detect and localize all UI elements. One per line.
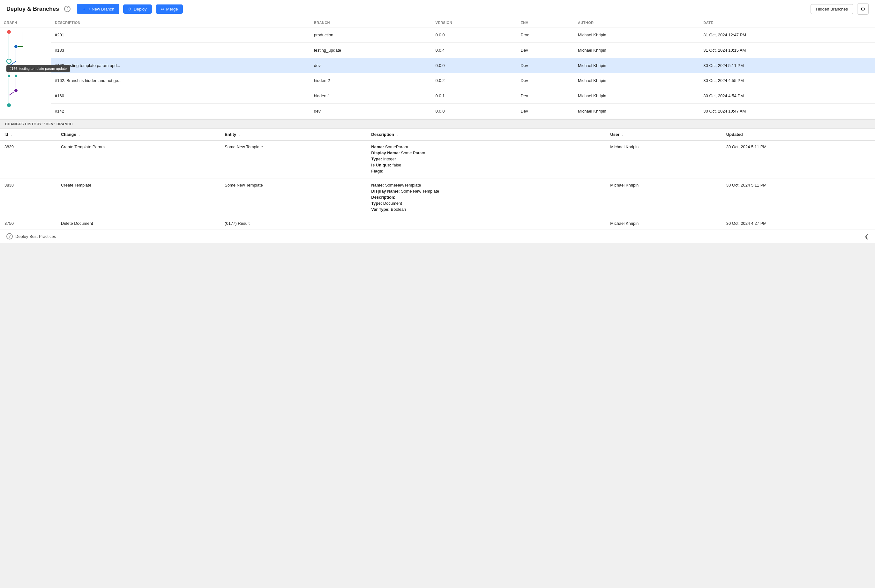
history-id: 3839	[0, 140, 57, 179]
field-label: Is Unique:	[371, 163, 392, 167]
user-sort-icon: ⋮	[621, 132, 624, 136]
field-label: Type:	[371, 201, 383, 206]
history-id: 3750	[0, 217, 57, 230]
field-label: Type:	[371, 157, 383, 161]
branch-name: hidden-1	[310, 88, 432, 104]
branch-desc: #142	[51, 104, 310, 119]
branch-desc: #162: Branch is hidden and not ge...	[51, 73, 310, 88]
branch-date: 30 Oct, 2024 5:11 PM	[699, 58, 875, 73]
header: Deploy & Branches ? ＋ + New Branch ✈ Dep…	[0, 0, 875, 18]
history-table: Id ⋮ Change ⋮ Entity ⋮ Description ⋮ Use…	[0, 129, 875, 230]
history-updated: 30 Oct, 2024 4:27 PM	[722, 217, 875, 230]
branch-name: dev	[310, 58, 432, 73]
svg-point-11	[14, 74, 18, 78]
desc-field: Var Type: Boolean	[371, 207, 601, 212]
branch-date: 30 Oct, 2024 4:55 PM	[699, 73, 875, 88]
history-row: 3839Create Template ParamSome New Templa…	[0, 140, 875, 179]
history-description: Name: SomeNewTemplateDisplay Name: Some …	[367, 179, 606, 217]
history-table-wrapper: Id ⋮ Change ⋮ Entity ⋮ Description ⋮ Use…	[0, 129, 875, 230]
branch-desc: #166: testing template param upd...	[51, 58, 310, 73]
branch-row[interactable]: #166: testing template param upd...dev0.…	[0, 58, 875, 73]
desc-field: Name: SomeParam	[371, 144, 601, 149]
settings-icon[interactable]: ⚙	[857, 3, 869, 15]
desc-field: Description:	[371, 195, 601, 200]
branch-name: testing_update	[310, 42, 432, 58]
field-label: Name:	[371, 183, 385, 188]
deploy-button[interactable]: ✈ Deploy	[123, 4, 152, 14]
desc-field: Type: Integer	[371, 157, 601, 161]
page-wrapper: Deploy & Branches ? ＋ + New Branch ✈ Dep…	[0, 0, 875, 588]
svg-point-12	[14, 88, 18, 93]
change-sort-icon: ⋮	[78, 132, 81, 136]
col-entity: Entity ⋮	[220, 129, 367, 140]
branch-row[interactable]: #162: Branch is hidden and not ge...hidd…	[0, 73, 875, 88]
branch-version: 0.0.2	[432, 73, 517, 88]
branch-row[interactable]: #183testing_update0.0.4DevMichael Khripi…	[0, 42, 875, 58]
new-branch-icon: ＋	[82, 6, 86, 12]
field-value: Some New Template	[401, 189, 439, 194]
history-row: 3838Create TemplateSome New TemplateName…	[0, 179, 875, 217]
new-branch-button[interactable]: ＋ + New Branch	[77, 4, 119, 14]
col-user: User ⋮	[606, 129, 722, 140]
branch-author: Michael Khripin	[574, 27, 699, 43]
history-change: Create Template Param	[57, 140, 220, 179]
branch-row[interactable]: #166: testing template param update#201p…	[0, 27, 875, 43]
branch-row[interactable]: #142dev0.0.0DevMichael Khripin30 Oct, 20…	[0, 104, 875, 119]
history-user: Michael Khripin	[606, 217, 722, 230]
branch-env: Dev	[517, 104, 574, 119]
branch-desc: #183	[51, 42, 310, 58]
branch-version: 0.0.0	[432, 104, 517, 119]
history-header-label: CHANGES HISTORY: "DEV" BRANCH	[0, 120, 875, 129]
col-header-author: AUTHOR	[574, 18, 699, 27]
branch-author: Michael Khripin	[574, 104, 699, 119]
col-header-graph: GRAPH	[0, 18, 51, 27]
svg-point-13	[7, 103, 11, 108]
svg-point-10	[8, 74, 11, 78]
history-entity: (0177) Result	[220, 217, 367, 230]
hidden-branches-button[interactable]: Hidden Branches	[810, 4, 853, 14]
field-label: Display Name:	[371, 150, 401, 155]
branch-author: Michael Khripin	[574, 42, 699, 58]
help-icon[interactable]: ?	[64, 6, 71, 12]
field-value: Integer	[383, 157, 396, 161]
branch-version: 0.0.1	[432, 88, 517, 104]
deploy-icon: ✈	[128, 7, 132, 12]
field-label: Var Type:	[371, 207, 391, 212]
footer-chevron[interactable]: ❮	[864, 233, 869, 240]
branches-section: GRAPH DESCRIPTION BRANCH VERSION ENV AUT…	[0, 18, 875, 119]
entity-sort-icon: ⋮	[238, 132, 241, 136]
history-section: CHANGES HISTORY: "DEV" BRANCH Id ⋮ Chang…	[0, 119, 875, 230]
col-header-description: DESCRIPTION	[51, 18, 310, 27]
footer-help-icon[interactable]: ?	[6, 233, 13, 240]
branch-author: Michael Khripin	[574, 73, 699, 88]
field-value: Document	[383, 201, 402, 206]
history-entity: Some New Template	[220, 179, 367, 217]
field-label: Name:	[371, 144, 385, 149]
field-value: SomeNewTemplate	[385, 183, 421, 188]
desc-field: Is Unique: false	[371, 163, 601, 167]
svg-point-9	[7, 59, 11, 63]
branch-version: 0.0.0	[432, 27, 517, 43]
branch-date: 30 Oct, 2024 10:47 AM	[699, 104, 875, 119]
branch-env: Dev	[517, 88, 574, 104]
history-row: 3750Delete Document(0177) ResultMichael …	[0, 217, 875, 230]
desc-field: Name: SomeNewTemplate	[371, 183, 601, 188]
col-header-date: DATE	[699, 18, 875, 27]
branch-author: Michael Khripin	[574, 88, 699, 104]
branch-date: 31 Oct, 2024 12:47 PM	[699, 27, 875, 43]
history-description: Name: SomeParamDisplay Name: Some ParamT…	[367, 140, 606, 179]
branch-row[interactable]: #160hidden-10.0.1DevMichael Khripin30 Oc…	[0, 88, 875, 104]
svg-point-8	[14, 45, 18, 48]
history-change: Delete Document	[57, 217, 220, 230]
history-user: Michael Khripin	[606, 179, 722, 217]
history-header-row: Id ⋮ Change ⋮ Entity ⋮ Description ⋮ Use…	[0, 129, 875, 140]
branch-version: 0.0.4	[432, 42, 517, 58]
page-title: Deploy & Branches	[6, 6, 59, 12]
updated-sort-icon: ⋮	[744, 132, 748, 136]
desc-field: Flags:	[371, 169, 601, 174]
col-id: Id ⋮	[0, 129, 57, 140]
field-value: SomeParam	[385, 144, 408, 149]
desc-field: Display Name: Some New Template	[371, 189, 601, 194]
merge-button[interactable]: ⇔ Merge	[156, 4, 183, 14]
field-label: Flags:	[371, 169, 383, 174]
